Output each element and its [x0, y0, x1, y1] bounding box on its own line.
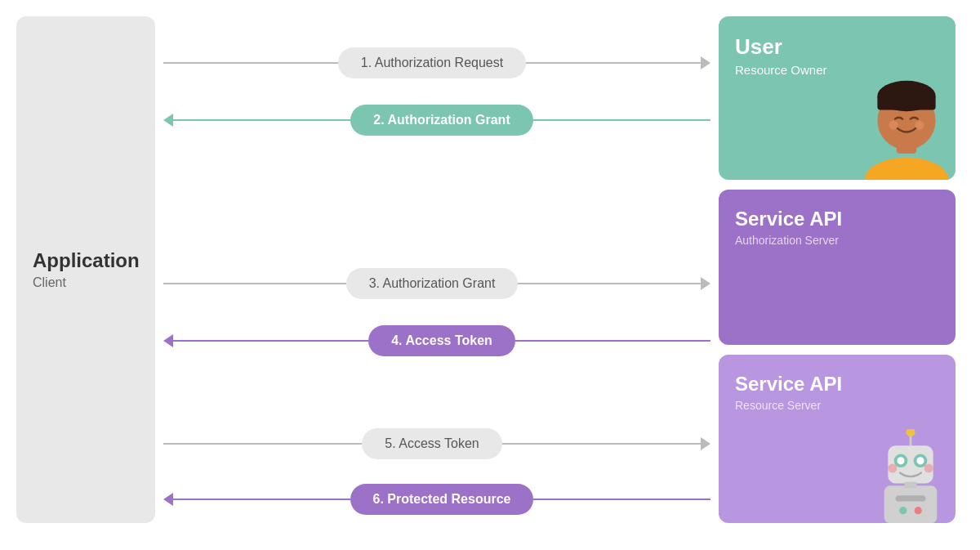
arrow-row-3: 3. Authorization Grant: [163, 268, 710, 299]
arrow-label-4: 4. Access Token: [368, 325, 515, 356]
svg-point-18: [899, 507, 906, 514]
svg-rect-17: [896, 495, 926, 501]
arrow-line-4: 4. Access Token: [163, 325, 710, 356]
arrow-label-1: 1. Authorization Request: [338, 47, 526, 78]
svg-point-0: [864, 158, 948, 181]
svg-point-13: [916, 457, 924, 464]
arrow-line-3: 3. Authorization Grant: [163, 268, 710, 299]
arrow-line-2: 2. Authorization Grant: [163, 105, 710, 136]
svg-point-15: [924, 463, 933, 472]
svg-rect-20: [905, 482, 917, 488]
arrowhead-5: [701, 437, 710, 450]
user-title: User: [735, 34, 939, 60]
arrowhead-2: [163, 114, 173, 127]
svg-rect-16: [884, 485, 938, 523]
svg-point-8: [906, 429, 915, 436]
arrowhead-3: [701, 277, 710, 290]
arrows-area: 1. Authorization Request 2. Authorizatio…: [163, 16, 710, 534]
svg-point-19: [915, 507, 922, 514]
svg-point-11: [897, 457, 904, 464]
arrow-line-1: 1. Authorization Request: [163, 47, 710, 78]
arrow-label-5: 5. Access Token: [362, 428, 501, 459]
service-res-title: Service API: [735, 373, 939, 396]
svg-point-5: [889, 121, 898, 130]
service-auth-subtitle: Authorization Server: [735, 234, 939, 247]
svg-rect-4: [877, 95, 935, 110]
arrow-row-1: 1. Authorization Request: [163, 47, 710, 78]
user-panel: User Resource Owner: [719, 16, 956, 180]
svg-point-14: [888, 463, 897, 472]
service-auth-title: Service API: [735, 208, 939, 230]
app-client-panel: Application Client: [16, 16, 155, 523]
oauth-diagram: Application Client User Resource Owner: [0, 0, 980, 550]
arrow-line-5: 5. Access Token: [163, 428, 710, 459]
arrow-row-2: 2. Authorization Grant: [163, 105, 710, 136]
arrow-line-6: 6. Protected Resource: [163, 484, 710, 515]
arrow-label-2: 2. Authorization Grant: [350, 105, 532, 136]
right-panels: User Resource Owner: [719, 16, 956, 523]
arrow-row-5: 5. Access Token: [163, 428, 710, 459]
arrow-row-6: 6. Protected Resource: [163, 484, 710, 515]
arrow-label-3: 3. Authorization Grant: [346, 268, 519, 299]
service-res-subtitle: Resource Server: [735, 399, 939, 412]
robot-icon: [862, 429, 956, 523]
svg-point-6: [915, 121, 924, 130]
arrow-row-4: 4. Access Token: [163, 325, 710, 356]
service-auth-panel: Service API Authorization Server: [719, 190, 956, 345]
arrowhead-4: [163, 334, 173, 347]
app-title: Application: [33, 249, 140, 273]
arrowhead-6: [163, 493, 173, 506]
arrowhead-1: [701, 56, 710, 69]
app-subtitle: Client: [33, 275, 66, 290]
service-res-panel: Service API Resource Server: [719, 355, 956, 523]
arrow-label-6: 6. Protected Resource: [350, 484, 534, 515]
avatar: [853, 65, 956, 180]
